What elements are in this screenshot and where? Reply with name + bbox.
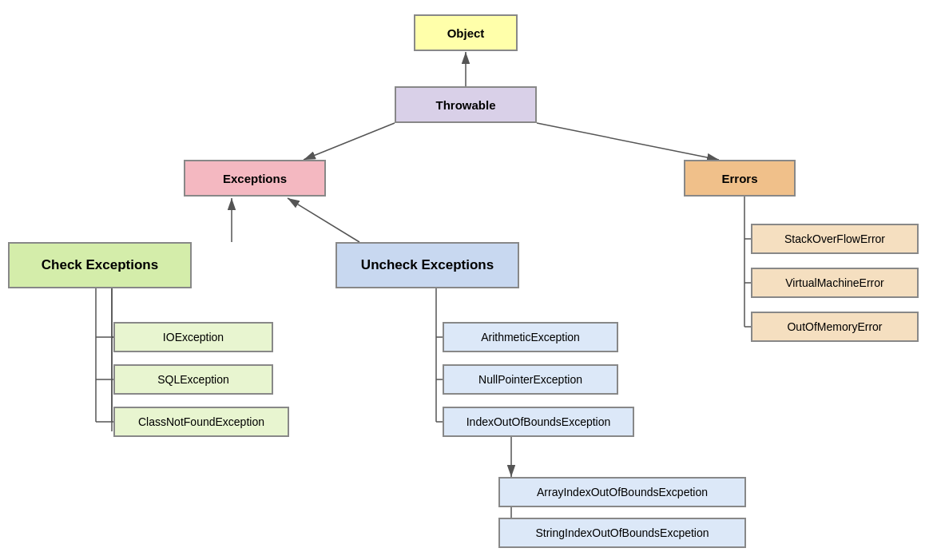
outofmemory-label: OutOfMemoryError [787, 320, 882, 333]
arithmetic-node: ArithmeticException [443, 322, 618, 352]
ioexception-label: IOException [163, 331, 224, 344]
ioexception-node: IOException [113, 322, 273, 352]
indexoutofbounds-label: IndexOutOfBoundsException [466, 415, 611, 428]
sqlexception-node: SQLException [113, 364, 273, 395]
arithmetic-label: ArithmeticException [481, 331, 580, 344]
throwable-label: Throwable [435, 98, 495, 112]
arrayindex-label: ArrayIndexOutOfBoundsExcpetion [537, 486, 708, 498]
errors-label: Errors [721, 172, 757, 185]
virtualmachine-label: VirtualMachineError [785, 276, 883, 289]
diagram: Object Throwable Exceptions Errors Check… [0, 0, 933, 560]
uncheck-exceptions-node: Uncheck Exceptions [335, 242, 519, 288]
nullpointer-label: NullPointerException [478, 373, 582, 386]
throwable-node: Throwable [395, 86, 537, 123]
stackoverflow-node: StackOverFlowError [751, 224, 919, 254]
uncheck-exceptions-label: Uncheck Exceptions [361, 257, 494, 273]
stringindex-label: StringIndexOutOfBoundsExcpetion [535, 526, 709, 539]
object-node: Object [414, 14, 518, 51]
virtualmachine-node: VirtualMachineError [751, 268, 919, 298]
nullpointer-node: NullPointerException [443, 364, 618, 395]
exceptions-node: Exceptions [184, 160, 326, 197]
outofmemory-node: OutOfMemoryError [751, 312, 919, 342]
classnotfound-node: ClassNotFoundException [113, 407, 289, 437]
indexoutofbounds-node: IndexOutOfBoundsException [443, 407, 634, 437]
object-label: Object [447, 26, 485, 40]
check-exceptions-node: Check Exceptions [8, 242, 192, 288]
arrayindex-node: ArrayIndexOutOfBoundsExcpetion [498, 477, 746, 507]
exceptions-label: Exceptions [223, 172, 287, 185]
classnotfound-label: ClassNotFoundException [138, 415, 264, 428]
svg-line-3 [537, 123, 719, 160]
svg-line-2 [304, 123, 395, 160]
svg-line-5 [288, 198, 359, 242]
errors-node: Errors [684, 160, 796, 197]
check-exceptions-label: Check Exceptions [42, 257, 158, 273]
stringindex-node: StringIndexOutOfBoundsExcpetion [498, 518, 746, 548]
sqlexception-label: SQLException [157, 373, 229, 386]
stackoverflow-label: StackOverFlowError [784, 232, 885, 245]
